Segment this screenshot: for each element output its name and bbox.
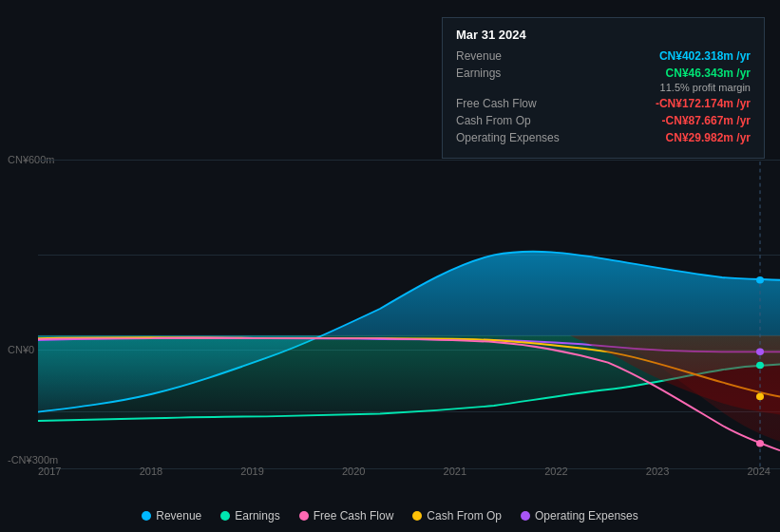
dot-revenue [756,276,764,284]
tooltip-label-earnings: Earnings [456,66,501,80]
legend-item-opex[interactable]: Operating Expenses [521,509,638,522]
dot-earnings [756,362,764,370]
x-label-2018: 2018 [140,466,162,477]
x-label-2021: 2021 [444,466,466,477]
tooltip-label-opex: Operating Expenses [456,131,560,144]
chart-tooltip: Mar 31 2024 Revenue CN¥402.318m /yr Earn… [442,17,765,159]
legend-label-revenue: Revenue [156,509,201,522]
tooltip-date: Mar 31 2024 [456,28,751,42]
tooltip-label-revenue: Revenue [456,49,502,63]
legend-label-cashop: Cash From Op [427,509,502,522]
legend-item-earnings[interactable]: Earnings [220,509,279,522]
legend-item-cashop[interactable]: Cash From Op [412,509,502,522]
chart-svg [0,147,780,470]
tooltip-value-revenue: CN¥402.318m /yr [659,49,751,63]
legend-label-earnings: Earnings [235,509,279,522]
tooltip-row-cashop: Cash From Op -CN¥87.667m /yr [456,114,751,127]
tooltip-label-cashop: Cash From Op [456,114,531,127]
legend-dot-opex [521,511,530,521]
chart-legend: Revenue Earnings Free Cash Flow Cash Fro… [0,509,780,522]
x-label-2023: 2023 [646,466,669,477]
tooltip-value-fcf: -CN¥172.174m /yr [656,97,751,110]
x-label-2020: 2020 [342,466,365,477]
x-axis: 2017 2018 2019 2020 2021 2022 2023 2024 [0,466,780,477]
x-label-2019: 2019 [240,466,263,477]
tooltip-label-fcf: Free Cash Flow [456,97,537,110]
x-label-2017: 2017 [38,466,61,477]
legend-item-fcf[interactable]: Free Cash Flow [299,509,394,522]
legend-label-fcf: Free Cash Flow [314,509,394,522]
x-label-2024: 2024 [747,466,770,477]
legend-dot-cashop [412,511,422,521]
dot-fcf [756,440,764,447]
tooltip-value-cashop: -CN¥87.667m /yr [662,114,751,127]
tooltip-row-opex: Operating Expenses CN¥29.982m /yr [456,131,751,144]
legend-label-opex: Operating Expenses [535,509,638,522]
legend-item-revenue[interactable]: Revenue [142,509,201,522]
tooltip-row-earnings: Earnings CN¥46.343m /yr [456,66,751,80]
tooltip-sub-margin: 11.5% profit margin [456,82,751,93]
legend-dot-revenue [142,511,151,521]
x-label-2022: 2022 [544,466,567,477]
dot-cashop [756,393,764,401]
tooltip-row-fcf: Free Cash Flow -CN¥172.174m /yr [456,97,751,110]
tooltip-value-opex: CN¥29.982m /yr [666,131,751,144]
dot-opex [756,349,764,356]
tooltip-value-earnings: CN¥46.343m /yr [666,66,751,80]
legend-dot-fcf [299,511,309,521]
legend-dot-earnings [220,511,230,521]
tooltip-row-revenue: Revenue CN¥402.318m /yr [456,49,751,63]
